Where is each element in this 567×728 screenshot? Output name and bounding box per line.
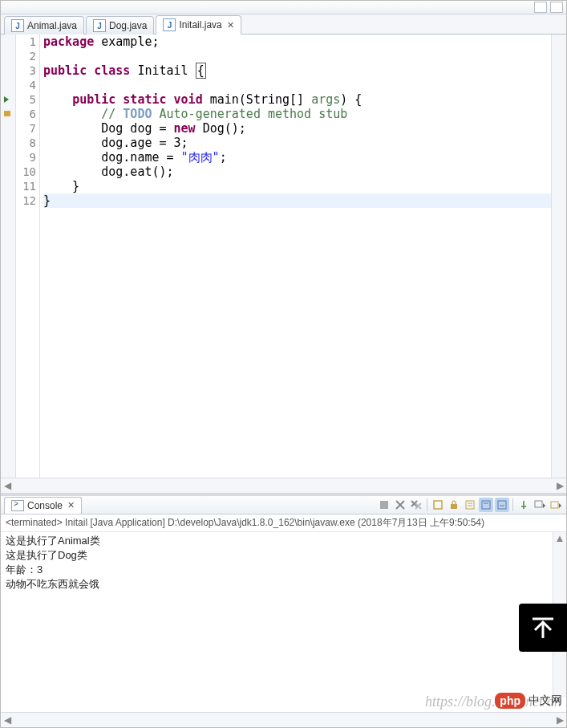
tab-animal-java[interactable]: J Animal.java — [4, 16, 84, 35]
svg-rect-0 — [380, 501, 388, 509]
console-output[interactable]: 这是执行了Animal类这是执行了Dog类年龄：3动物不吃东西就会饿 ▲ htt… — [1, 532, 566, 712]
tab-label: Animal.java — [27, 20, 77, 31]
toolbar-separator — [427, 498, 427, 511]
remove-launch-button[interactable] — [393, 498, 407, 512]
brand-logo: php — [493, 691, 527, 710]
open-console-button[interactable] — [549, 498, 563, 512]
code-content[interactable]: package example;public class Initail { p… — [40, 35, 551, 478]
svg-rect-9 — [466, 501, 474, 509]
maximize-view-button[interactable] — [550, 2, 563, 13]
display-selected-console-button[interactable] — [533, 498, 547, 512]
editor-tab-bar: J Animal.java J Dog.java J Initail.java … — [1, 14, 566, 35]
scroll-right-icon[interactable]: ▶ — [553, 480, 566, 491]
java-file-icon: J — [93, 19, 106, 32]
console-tab[interactable]: Console ✕ — [4, 497, 82, 514]
tab-initail-java[interactable]: J Initail.java ✕ — [156, 15, 241, 35]
scroll-up-icon[interactable]: ▲ — [553, 532, 566, 543]
console-toolbar — [377, 498, 566, 512]
svg-marker-17 — [543, 503, 545, 508]
terminate-button[interactable] — [377, 498, 391, 512]
close-icon[interactable]: ✕ — [227, 20, 234, 31]
site-brand: php 中文网 — [493, 691, 562, 710]
scroll-left-icon[interactable]: ◀ — [1, 714, 14, 726]
scroll-lock-button[interactable] — [447, 498, 461, 512]
show-console-on-error-button[interactable] — [495, 498, 509, 512]
pin-console-button[interactable] — [516, 498, 531, 512]
svg-rect-12 — [482, 501, 490, 509]
svg-rect-14 — [498, 501, 506, 509]
show-console-on-output-button[interactable] — [479, 498, 493, 512]
scroll-to-top-button[interactable] — [519, 604, 567, 652]
tab-dog-java[interactable]: J Dog.java — [86, 16, 154, 35]
editor-area: 123456789101112 package example;public c… — [1, 35, 566, 493]
console-tab-bar: Console ✕ — [1, 496, 566, 514]
overview-ruler[interactable] — [551, 35, 566, 478]
remove-all-launches-button[interactable] — [409, 498, 423, 512]
word-wrap-button[interactable] — [463, 498, 477, 512]
brand-text: 中文网 — [529, 693, 562, 708]
minimize-view-button[interactable] — [534, 2, 547, 13]
svg-rect-18 — [551, 502, 558, 508]
close-icon[interactable]: ✕ — [67, 500, 75, 510]
console-horizontal-scrollbar[interactable]: ◀ ▶ — [1, 712, 566, 727]
svg-rect-16 — [535, 501, 542, 507]
svg-rect-8 — [451, 504, 457, 509]
console-icon — [11, 500, 24, 511]
toolbar-separator — [512, 498, 513, 511]
scroll-right-icon[interactable]: ▶ — [553, 714, 566, 726]
tab-label: Initail.java — [179, 19, 221, 31]
console-status: <terminated> Initail [Java Application] … — [1, 514, 566, 532]
marker-column — [1, 35, 16, 478]
editor-body[interactable]: 123456789101112 package example;public c… — [1, 35, 566, 478]
java-file-icon: J — [11, 19, 24, 32]
svg-marker-19 — [559, 503, 561, 508]
console-tab-label: Console — [27, 500, 63, 511]
console-pane: Console ✕ <terminated> Initail [Java App… — [1, 493, 566, 727]
editor-top-strip — [1, 1, 566, 14]
tab-label: Dog.java — [109, 20, 147, 31]
java-file-icon: J — [163, 18, 176, 31]
eclipse-window: J Animal.java J Dog.java J Initail.java … — [0, 0, 567, 728]
editor-horizontal-scrollbar[interactable]: ◀ ▶ — [1, 478, 566, 493]
clear-console-button[interactable] — [431, 498, 445, 512]
scroll-left-icon[interactable]: ◀ — [1, 480, 14, 491]
svg-rect-7 — [434, 501, 442, 509]
line-number-column: 123456789101112 — [16, 35, 40, 478]
